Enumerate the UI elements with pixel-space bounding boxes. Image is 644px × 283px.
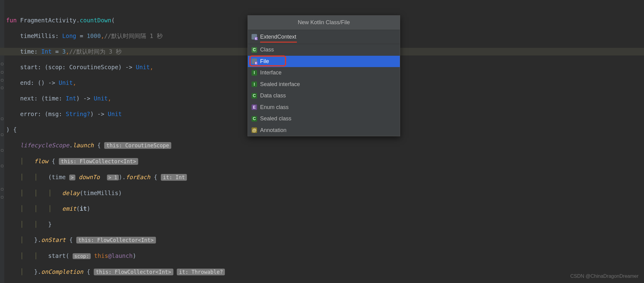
kotlin-file-icon xyxy=(252,58,257,64)
popup-item-label: Sealed interface xyxy=(260,81,300,89)
popup-item-file[interactable]: File xyxy=(248,56,400,67)
popup-item-label: Interface xyxy=(260,69,282,77)
keyword-fun: fun xyxy=(6,17,17,24)
kotlin-file-icon xyxy=(252,34,257,40)
popup-kind-list: C Class File I Interface I Sealed interf… xyxy=(248,44,400,136)
inlay-hint: this: FlowCollector<Int> xyxy=(94,269,173,275)
watermark: CSDN @ChinaDragonDreamer xyxy=(570,272,638,280)
inlay-hint: > xyxy=(69,175,75,180)
annotation-icon: @ xyxy=(252,127,257,133)
input-value: ExtendContext xyxy=(260,33,296,41)
popup-item-class[interactable]: C Class xyxy=(248,44,400,56)
annotation-underline xyxy=(260,42,297,43)
class-name: FragmentActivity xyxy=(20,17,76,24)
popup-item-label: Class xyxy=(260,46,274,54)
interface-icon: I xyxy=(252,70,257,76)
popup-item-sealed-class[interactable]: C Sealed class xyxy=(248,113,400,125)
inlay-hint: scop: xyxy=(73,253,90,259)
comment: //默认时间为 3 秒 xyxy=(69,48,122,55)
enum-class-icon: E xyxy=(252,104,257,110)
inlay-hint: it: Throwable? xyxy=(177,269,225,275)
inlay-hint: this: FlowCollector<Int> xyxy=(59,158,138,165)
inlay-hint: > 1 xyxy=(107,175,119,180)
popup-item-sealed-interface[interactable]: I Sealed interface xyxy=(248,79,400,90)
popup-item-label: Data class xyxy=(260,92,286,100)
popup-item-data-class[interactable]: C Data class xyxy=(248,90,400,102)
popup-item-label: Enum class xyxy=(260,104,289,111)
popup-item-enum-class[interactable]: E Enum class xyxy=(248,102,400,113)
inlay-hint: this: FlowCollector<Int> xyxy=(76,237,156,243)
popup-item-annotation[interactable]: @ Annotation xyxy=(248,125,400,136)
popup-name-input[interactable]: ExtendContext xyxy=(248,30,400,44)
popup-title: New Kotlin Class/File xyxy=(248,16,400,30)
new-file-popup: New Kotlin Class/File ExtendContext C Cl… xyxy=(248,15,400,136)
sealed-class-icon: C xyxy=(252,116,257,122)
sealed-interface-icon: I xyxy=(252,81,257,87)
class-icon: C xyxy=(252,47,257,53)
popup-item-interface[interactable]: I Interface xyxy=(248,67,400,79)
data-class-icon: C xyxy=(252,93,257,99)
popup-item-label: Sealed class xyxy=(260,115,291,123)
popup-item-label: Annotation xyxy=(260,126,286,134)
inlay-hint: this: CoroutineScope xyxy=(104,142,171,149)
comment: //默认时间间隔 1 秒 xyxy=(104,32,162,39)
popup-item-label: File xyxy=(260,58,269,66)
method-name: countDown xyxy=(80,17,111,24)
inlay-hint: it: Int xyxy=(161,174,187,181)
